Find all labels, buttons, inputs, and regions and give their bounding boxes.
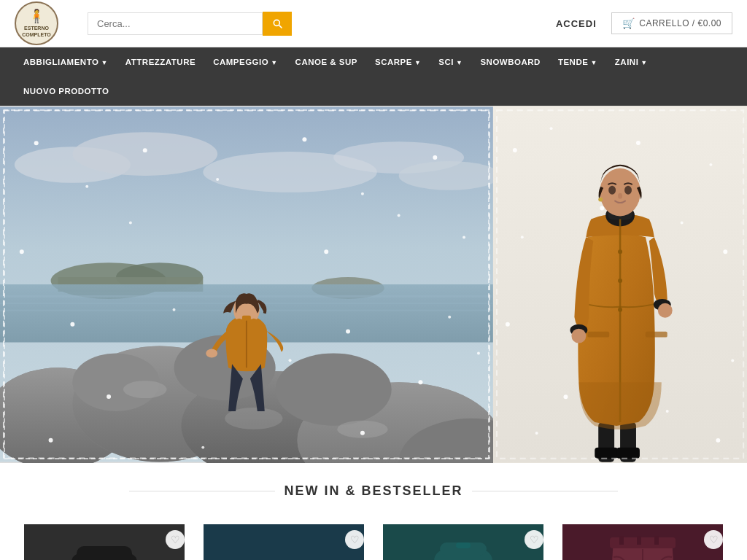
divider-left bbox=[129, 491, 275, 491]
svg-point-69 bbox=[563, 394, 568, 399]
svg-point-48 bbox=[346, 330, 350, 334]
svg-point-2 bbox=[72, 132, 217, 176]
product-thumb-1: ♡ In offerta! bbox=[18, 524, 190, 560]
svg-point-72 bbox=[535, 432, 538, 435]
svg-rect-104 bbox=[204, 524, 364, 560]
svg-rect-90 bbox=[646, 332, 667, 338]
svg-point-49 bbox=[448, 316, 451, 319]
hero-left-panel bbox=[0, 106, 493, 463]
svg-point-25 bbox=[276, 353, 392, 425]
products-row: ♡ In offerta! ♡ In offerta! bbox=[0, 513, 747, 560]
nav-zaini[interactable]: ZAINI ▼ bbox=[606, 47, 657, 77]
svg-rect-115 bbox=[456, 542, 471, 548]
svg-point-60 bbox=[549, 127, 552, 130]
wishlist-button-3[interactable]: ♡ bbox=[525, 530, 543, 549]
section-divider: NEW IN & BESTSELLER bbox=[15, 483, 732, 499]
wishlist-button-4[interactable]: ♡ bbox=[704, 530, 723, 549]
svg-point-56 bbox=[360, 431, 365, 435]
svg-point-65 bbox=[600, 206, 604, 211]
nav-sci[interactable]: SCI ▼ bbox=[430, 47, 471, 77]
wishlist-button-1[interactable]: ♡ bbox=[166, 530, 185, 549]
svg-point-68 bbox=[731, 359, 734, 362]
chevron-down-icon: ▼ bbox=[590, 59, 597, 66]
svg-point-80 bbox=[600, 168, 640, 217]
nav-tende[interactable]: TENDE ▼ bbox=[549, 47, 606, 77]
svg-point-66 bbox=[680, 221, 683, 224]
nav-nuovo-prodotto[interactable]: NUOVO PRODOTTO bbox=[15, 77, 117, 106]
chevron-down-icon: ▼ bbox=[414, 59, 421, 66]
cart-icon: 🛒 bbox=[622, 18, 635, 29]
svg-rect-77 bbox=[616, 448, 640, 459]
product-thumb-3: ♡ In offerta! bbox=[377, 524, 549, 560]
svg-point-38 bbox=[302, 137, 306, 141]
nav-canoe-sup[interactable]: CANOE & SUP bbox=[287, 47, 366, 77]
section-title-area: NEW IN & BESTSELLER bbox=[0, 463, 747, 513]
svg-point-62 bbox=[709, 163, 712, 166]
nav-scarpe[interactable]: SCARPE ▼ bbox=[366, 47, 430, 77]
svg-rect-120 bbox=[637, 536, 641, 545]
product-image-4 bbox=[557, 524, 729, 560]
svg-point-52 bbox=[418, 380, 422, 384]
hero-right-image bbox=[493, 106, 747, 463]
svg-point-43 bbox=[129, 222, 132, 225]
svg-point-28 bbox=[337, 421, 388, 438]
accedi-button[interactable]: ACCEDI bbox=[556, 18, 597, 29]
product-card-2[interactable]: ♡ In offerta! bbox=[194, 521, 374, 560]
header-right: ACCEDI 🛒 CARRELLO / €0.00 bbox=[556, 12, 732, 34]
logo-area[interactable]: 🧍 ESTERNO COMPLETO bbox=[15, 1, 58, 45]
chevron-down-icon: ▼ bbox=[640, 59, 647, 66]
svg-point-41 bbox=[462, 236, 465, 238]
svg-point-53 bbox=[477, 351, 480, 354]
search-button[interactable] bbox=[263, 12, 292, 36]
svg-point-63 bbox=[723, 249, 727, 254]
hero-section bbox=[0, 106, 747, 463]
logo: 🧍 ESTERNO COMPLETO bbox=[15, 1, 58, 45]
svg-point-47 bbox=[173, 308, 176, 311]
svg-point-94 bbox=[658, 303, 673, 318]
svg-point-42 bbox=[20, 249, 24, 254]
logo-text-line1: ESTERNO bbox=[24, 26, 49, 31]
svg-point-26 bbox=[123, 381, 167, 398]
svg-point-59 bbox=[513, 148, 517, 152]
chevron-down-icon: ▼ bbox=[456, 59, 462, 66]
product-thumb-4: ♡ In offerta! bbox=[557, 524, 729, 560]
svg-rect-99 bbox=[77, 546, 132, 560]
svg-point-81 bbox=[608, 186, 616, 195]
svg-point-86 bbox=[618, 249, 622, 254]
chevron-down-icon: ▼ bbox=[271, 59, 277, 66]
svg-point-36 bbox=[143, 148, 147, 152]
chevron-down-icon: ▼ bbox=[101, 59, 107, 66]
svg-point-44 bbox=[324, 249, 328, 254]
wishlist-button-2[interactable]: ♡ bbox=[345, 530, 364, 549]
cart-button[interactable]: 🛒 CARRELLO / €0.00 bbox=[611, 12, 732, 34]
svg-point-84 bbox=[598, 198, 603, 202]
svg-point-92 bbox=[571, 329, 586, 343]
svg-point-50 bbox=[107, 394, 111, 399]
product-card-1[interactable]: ♡ In offerta! bbox=[15, 521, 194, 560]
nav-campeggio[interactable]: CAMPEGGIO ▼ bbox=[204, 47, 286, 77]
search-input[interactable] bbox=[88, 12, 263, 35]
nav-abbigliamento[interactable]: ABBIGLIAMENTO ▼ bbox=[15, 47, 117, 77]
product-thumb-2: ♡ In offerta! bbox=[198, 524, 370, 560]
product-image-2 bbox=[198, 524, 370, 560]
product-image-3 bbox=[377, 524, 549, 560]
svg-point-87 bbox=[618, 279, 622, 283]
svg-rect-89 bbox=[587, 332, 609, 338]
section-title: NEW IN & BESTSELLER bbox=[284, 483, 462, 499]
nav-attrezzature[interactable]: ATTREZZATURE bbox=[117, 47, 204, 77]
product-card-4[interactable]: ♡ In offerta! bbox=[553, 521, 732, 560]
svg-point-70 bbox=[666, 410, 669, 413]
nav-snowboard[interactable]: SNOWBOARD bbox=[471, 47, 549, 77]
svg-rect-76 bbox=[595, 448, 618, 459]
hero-right-panel bbox=[493, 106, 747, 463]
svg-point-37 bbox=[216, 178, 219, 181]
hero-left-image bbox=[0, 106, 493, 463]
svg-point-40 bbox=[433, 155, 437, 160]
svg-point-82 bbox=[624, 186, 632, 195]
logo-text-line2: COMPLETO bbox=[22, 32, 51, 37]
search-icon bbox=[271, 18, 283, 29]
header: 🧍 ESTERNO COMPLETO ACCEDI 🛒 CARRELLO / €… bbox=[0, 0, 747, 47]
product-card-3[interactable]: ♡ In offerta! bbox=[374, 521, 553, 560]
svg-point-39 bbox=[361, 192, 364, 195]
divider-right bbox=[472, 491, 618, 491]
